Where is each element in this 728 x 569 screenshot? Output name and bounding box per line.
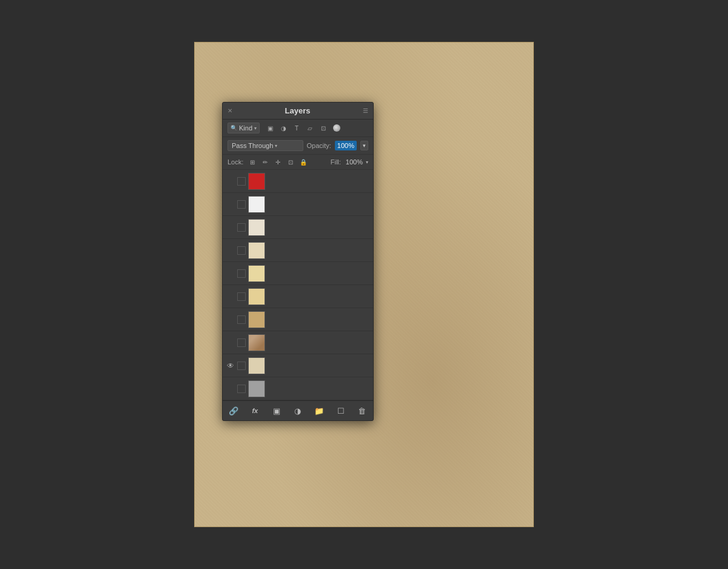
link-layers-button[interactable]: 🔗 bbox=[228, 405, 240, 417]
layer-checkbox[interactable] bbox=[237, 269, 246, 278]
layer-item[interactable] bbox=[223, 216, 373, 239]
eye-placeholder bbox=[225, 314, 236, 325]
layer-thumbnail bbox=[248, 380, 265, 397]
panel-header: ✕ Layers ☰ bbox=[223, 103, 373, 120]
layer-item[interactable] bbox=[223, 262, 373, 285]
layers-list[interactable]: 👁 bbox=[223, 170, 373, 400]
layer-thumbnail bbox=[248, 288, 265, 305]
fill-chevron: ▾ bbox=[366, 160, 368, 165]
lock-paint-icon[interactable]: ✏ bbox=[260, 157, 270, 167]
layer-thumbnail bbox=[248, 334, 265, 351]
layer-checkbox[interactable] bbox=[237, 315, 246, 324]
layer-thumbnail bbox=[248, 242, 265, 259]
layer-checkbox[interactable] bbox=[237, 177, 246, 186]
opacity-value[interactable]: 100% bbox=[335, 141, 357, 150]
eye-placeholder bbox=[225, 199, 236, 210]
circle-filter-icon[interactable] bbox=[331, 123, 342, 133]
layer-item[interactable] bbox=[223, 239, 373, 262]
fill-label: Fill: bbox=[331, 158, 341, 166]
new-layer-button[interactable]: ☐ bbox=[335, 405, 347, 417]
panel-title: Layers bbox=[285, 106, 311, 115]
layer-item[interactable] bbox=[223, 285, 373, 308]
opacity-label: Opacity: bbox=[307, 142, 331, 149]
fill-value[interactable]: 100% bbox=[346, 158, 363, 166]
blend-mode-dropdown[interactable]: Pass Through ▾ bbox=[228, 140, 303, 151]
layer-item[interactable] bbox=[223, 170, 373, 193]
lock-artboard-icon[interactable]: ⊡ bbox=[286, 157, 295, 167]
kind-row: 🔍 Kind ▾ ▣ ◑ T ▱ ⊡ bbox=[223, 120, 373, 137]
layer-checkbox[interactable] bbox=[237, 292, 246, 301]
layer-thumbnail bbox=[248, 219, 265, 236]
layer-checkbox[interactable] bbox=[237, 200, 246, 209]
eye-placeholder bbox=[225, 291, 236, 302]
panel-close-button[interactable]: ✕ bbox=[228, 107, 232, 114]
eye-placeholder bbox=[225, 176, 236, 187]
fx-button[interactable]: fx bbox=[249, 405, 261, 417]
smartobject-filter-icon[interactable]: ⊡ bbox=[318, 123, 329, 133]
layer-item[interactable] bbox=[223, 331, 373, 354]
layer-item[interactable] bbox=[223, 308, 373, 331]
layer-item[interactable] bbox=[223, 377, 373, 400]
eye-placeholder bbox=[225, 337, 236, 348]
layers-panel: ✕ Layers ☰ 🔍 Kind ▾ ▣ ◑ T ▱ ⊡ bbox=[222, 102, 374, 421]
layer-checkbox[interactable] bbox=[237, 385, 246, 393]
opacity-dropdown-button[interactable]: ▾ bbox=[360, 141, 368, 150]
layer-checkbox[interactable] bbox=[237, 246, 246, 255]
layer-item[interactable] bbox=[223, 193, 373, 216]
panel-menu-icon[interactable]: ☰ bbox=[363, 107, 368, 114]
eye-placeholder bbox=[225, 268, 236, 279]
layer-thumbnail bbox=[248, 265, 265, 282]
layer-eye-icon[interactable]: 👁 bbox=[225, 360, 236, 371]
new-group-button[interactable]: 📁 bbox=[313, 405, 325, 417]
blend-mode-row: Pass Through ▾ Opacity: 100% ▾ bbox=[223, 137, 373, 155]
canvas-area: ✕ Layers ☰ 🔍 Kind ▾ ▣ ◑ T ▱ ⊡ bbox=[194, 42, 534, 527]
shape-filter-icon[interactable]: ▱ bbox=[305, 123, 315, 133]
layer-checkbox[interactable] bbox=[237, 362, 246, 370]
layer-checkbox[interactable] bbox=[237, 338, 246, 347]
new-adjustment-layer-button[interactable]: ▣ bbox=[271, 405, 283, 417]
layer-thumbnail bbox=[248, 173, 265, 190]
layer-thumbnail bbox=[248, 196, 265, 213]
eye-placeholder bbox=[225, 245, 236, 256]
layer-thumbnail bbox=[248, 311, 265, 328]
lock-row: Lock: ⊞ ✏ ✛ ⊡ 🔒 Fill: 100% ▾ bbox=[223, 155, 373, 170]
pixel-filter-icon[interactable]: ▣ bbox=[265, 123, 275, 133]
panel-footer: 🔗 fx ▣ ◑ 📁 ☐ 🗑 bbox=[223, 400, 373, 420]
layer-thumbnail bbox=[248, 357, 265, 374]
lock-pixels-icon[interactable]: ⊞ bbox=[248, 157, 257, 167]
eye-placeholder bbox=[225, 383, 236, 394]
layer-checkbox[interactable] bbox=[237, 223, 246, 232]
lock-move-icon[interactable]: ✛ bbox=[273, 157, 283, 167]
lock-all-icon[interactable]: 🔒 bbox=[298, 157, 308, 167]
kind-icons: ▣ ◑ T ▱ ⊡ bbox=[265, 123, 342, 133]
delete-layer-button[interactable]: 🗑 bbox=[356, 405, 368, 417]
blend-mode-chevron: ▾ bbox=[275, 143, 277, 149]
eye-placeholder bbox=[225, 222, 236, 233]
type-filter-icon[interactable]: T bbox=[291, 123, 302, 133]
layer-item[interactable]: 👁 bbox=[223, 354, 373, 377]
kind-dropdown[interactable]: 🔍 Kind ▾ bbox=[228, 123, 260, 133]
blend-mode-value: Pass Through bbox=[232, 142, 273, 149]
adjustment-filter-icon[interactable]: ◑ bbox=[278, 123, 289, 133]
add-mask-button[interactable]: ◑ bbox=[292, 405, 304, 417]
circle-shape bbox=[333, 124, 340, 132]
lock-label: Lock: bbox=[228, 158, 243, 166]
